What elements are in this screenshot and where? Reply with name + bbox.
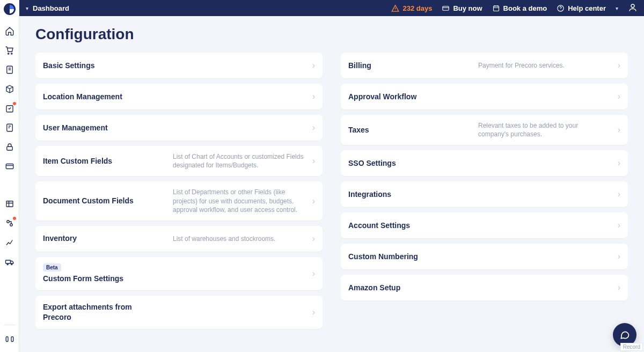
svg-point-2 [11, 53, 12, 54]
chevron-right-icon: › [618, 125, 620, 135]
config-integrations[interactable]: Integrations › [341, 181, 628, 207]
help-center-button[interactable]: Help center [557, 4, 606, 12]
sidebar-box-icon[interactable] [4, 84, 15, 94]
svg-rect-6 [6, 146, 12, 150]
record-label: Record [620, 343, 643, 351]
sidebar [0, 0, 19, 352]
config-account-settings[interactable]: Account Settings › [341, 212, 628, 238]
config-right-column: BillingPayment for Precoro services. › A… [341, 53, 628, 329]
svg-point-10 [10, 224, 12, 226]
breadcrumb[interactable]: Dashboard [33, 4, 69, 12]
sidebar-analytics-icon[interactable] [4, 237, 15, 248]
svg-rect-8 [6, 201, 13, 207]
svg-rect-15 [11, 337, 13, 342]
book-demo-button[interactable]: Book a demo [492, 4, 547, 12]
sidebar-invoice-icon[interactable] [4, 122, 15, 133]
sidebar-home-icon[interactable] [4, 26, 15, 36]
svg-point-19 [631, 4, 634, 8]
config-location-management[interactable]: Location Management › [35, 84, 323, 109]
chevron-down-icon[interactable]: ▾ [616, 5, 618, 11]
user-menu-icon[interactable] [628, 3, 638, 14]
chevron-right-icon: › [312, 92, 315, 101]
chevron-right-icon: › [618, 61, 620, 70]
chevron-right-icon: › [312, 269, 315, 278]
chevron-right-icon: › [312, 123, 315, 133]
chevron-down-icon[interactable]: ▾ [26, 5, 28, 11]
config-approval-workflow[interactable]: Approval Workflow › [341, 84, 628, 109]
chevron-right-icon: › [618, 221, 620, 230]
config-left-column: Basic Settings › Location Management › U… [35, 53, 323, 329]
sidebar-truck-icon[interactable] [4, 256, 15, 267]
chevron-right-icon: › [312, 196, 315, 206]
svg-point-12 [7, 263, 8, 265]
trial-warning[interactable]: 232 days [391, 4, 432, 12]
sidebar-cart-icon[interactable] [4, 45, 15, 56]
config-taxes[interactable]: TaxesRelevant taxes to be added to your … [341, 115, 628, 145]
page-title: Configuration [35, 26, 628, 43]
chevron-right-icon: › [312, 61, 315, 70]
svg-point-1 [8, 53, 9, 54]
sidebar-credit-icon[interactable] [4, 161, 15, 172]
svg-point-9 [6, 221, 9, 223]
chevron-right-icon: › [312, 156, 315, 166]
chevron-right-icon: › [618, 283, 620, 292]
sidebar-collapse-icon[interactable] [4, 334, 15, 344]
beta-badge: Beta [43, 263, 61, 272]
config-basic-settings[interactable]: Basic Settings › [35, 53, 323, 78]
chevron-right-icon: › [618, 92, 620, 101]
config-custom-form-settings[interactable]: Beta Custom Form Settings › [35, 257, 323, 290]
config-item-custom-fields[interactable]: Item Custom FieldsList of Chart of Accou… [35, 146, 323, 176]
config-export-attachments[interactable]: Export attachments from Precoro › [35, 296, 323, 329]
app-logo[interactable] [4, 3, 16, 15]
svg-point-13 [11, 263, 12, 265]
sidebar-table-icon[interactable] [4, 199, 15, 209]
sidebar-tasks-icon[interactable] [4, 103, 15, 114]
chevron-right-icon: › [618, 158, 620, 168]
sidebar-receipt-icon[interactable] [4, 64, 15, 75]
config-custom-numbering[interactable]: Custom Numbering › [341, 244, 628, 269]
config-document-custom-fields[interactable]: Document Custom FieldsList of Department… [35, 181, 323, 221]
svg-rect-14 [6, 337, 8, 342]
chevron-right-icon: › [618, 189, 620, 199]
chevron-right-icon: › [618, 252, 620, 261]
config-billing[interactable]: BillingPayment for Precoro services. › [341, 53, 628, 78]
topbar: ▾ Dashboard 232 days Buy now Book a demo… [19, 0, 644, 16]
svg-rect-7 [6, 164, 13, 169]
sidebar-org-icon[interactable] [4, 218, 15, 229]
svg-rect-16 [443, 6, 449, 10]
svg-rect-17 [493, 6, 499, 11]
buy-now-button[interactable]: Buy now [442, 4, 482, 12]
sidebar-lock-icon[interactable] [4, 142, 15, 152]
config-amazon-setup[interactable]: Amazon Setup › [341, 275, 628, 300]
chevron-right-icon: › [312, 234, 315, 244]
config-inventory[interactable]: InventoryList of warehouses and stockroo… [35, 226, 323, 252]
chevron-right-icon: › [312, 307, 315, 317]
svg-rect-11 [5, 260, 10, 263]
main: Configuration Basic Settings › Location … [19, 16, 644, 352]
config-sso-settings[interactable]: SSO Settings › [341, 150, 628, 176]
config-user-management[interactable]: User Management › [35, 115, 323, 141]
